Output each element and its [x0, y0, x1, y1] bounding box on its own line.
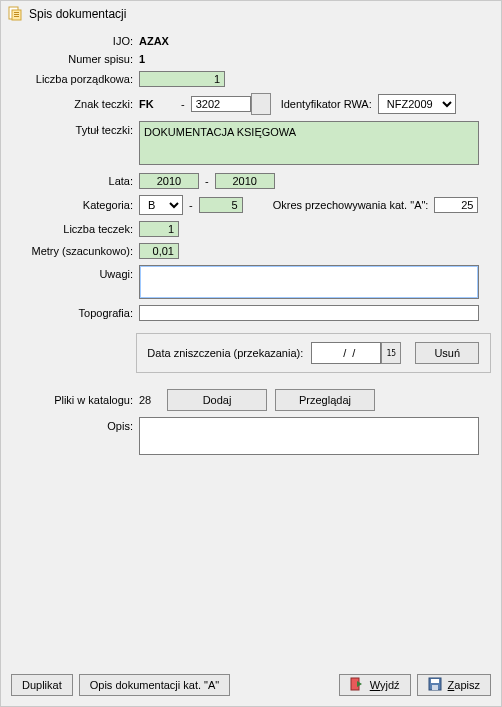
label-numer-spisu: Numer spisu:	[11, 53, 139, 65]
input-okres-kat-a[interactable]	[434, 197, 478, 213]
input-znak-teczki-code[interactable]	[191, 96, 251, 112]
app-icon	[7, 5, 23, 23]
input-lata-do[interactable]	[215, 173, 275, 189]
button-wyjdz-label: Wyjdź	[370, 679, 400, 691]
input-lata-od[interactable]	[139, 173, 199, 189]
form-body: IJO: AZAX Numer spisu: 1 Liczba porządko…	[1, 27, 501, 666]
label-ident-rwa: Identyfikator RWA:	[281, 98, 372, 110]
button-zapisz-label: Zapisz	[448, 679, 480, 691]
input-kategoria-num[interactable]	[199, 197, 243, 213]
window: Spis dokumentacji IJO: AZAX Numer spisu:…	[0, 0, 502, 707]
button-dodaj[interactable]: Dodaj	[167, 389, 267, 411]
value-znak-teczki-prefix: FK	[139, 98, 175, 110]
button-wyjdz[interactable]: Wyjdź	[339, 674, 411, 696]
svg-rect-2	[14, 12, 19, 13]
svg-rect-8	[431, 679, 439, 683]
label-znak-teczki: Znak teczki:	[11, 98, 139, 110]
label-pliki: Pliki w katalogu:	[11, 394, 139, 406]
window-title: Spis dokumentacji	[29, 7, 126, 21]
label-ijo: IJO:	[11, 35, 139, 47]
dash-znak: -	[175, 98, 191, 110]
svg-rect-3	[14, 14, 19, 15]
input-liczba-teczek[interactable]	[139, 221, 179, 237]
label-uwagi: Uwagi:	[11, 265, 139, 280]
label-metry: Metry (szacunkowo):	[11, 245, 139, 257]
button-opis-kat-a[interactable]: Opis dokumentacji kat. "A"	[79, 674, 230, 696]
button-usun[interactable]: Usuń	[415, 342, 479, 364]
save-icon	[428, 677, 442, 693]
button-duplikat[interactable]: Duplikat	[11, 674, 73, 696]
label-liczba-porzadkowa: Liczba porządkowa:	[11, 73, 139, 85]
label-lata: Lata:	[11, 175, 139, 187]
button-zapisz[interactable]: Zapisz	[417, 674, 491, 696]
label-data-zniszczenia: Data zniszczenia (przekazania):	[147, 347, 303, 359]
exit-icon	[350, 677, 364, 693]
znak-teczki-picker-button[interactable]	[251, 93, 271, 115]
textarea-uwagi[interactable]	[139, 265, 479, 299]
footer: Duplikat Opis dokumentacji kat. "A" Wyjd…	[1, 666, 501, 706]
calendar-icon[interactable]: 15	[381, 342, 401, 364]
frame-data-zniszczenia: Data zniszczenia (przekazania): 15 Usuń	[136, 333, 491, 373]
input-topografia[interactable]	[139, 305, 479, 321]
label-kategoria: Kategoria:	[11, 199, 139, 211]
dash-kategoria: -	[183, 199, 199, 211]
textarea-opis[interactable]	[139, 417, 479, 455]
select-ident-rwa[interactable]: NFZ2009	[378, 94, 456, 114]
input-data-zniszczenia[interactable]	[311, 342, 381, 364]
svg-rect-4	[14, 16, 19, 17]
select-kategoria[interactable]: B	[139, 195, 183, 215]
input-metry[interactable]	[139, 243, 179, 259]
value-numer-spisu: 1	[139, 53, 145, 65]
label-okres-kat-a: Okres przechowywania kat. "A":	[273, 199, 429, 211]
titlebar: Spis dokumentacji	[1, 1, 501, 27]
label-topografia: Topografia:	[11, 307, 139, 319]
button-przegladaj[interactable]: Przeglądaj	[275, 389, 375, 411]
label-opis: Opis:	[11, 417, 139, 432]
svg-rect-9	[432, 685, 438, 690]
value-pliki: 28	[139, 394, 167, 406]
value-ijo: AZAX	[139, 35, 169, 47]
label-liczba-teczek: Liczba teczek:	[11, 223, 139, 235]
dash-lata: -	[199, 175, 215, 187]
input-liczba-porzadkowa[interactable]	[139, 71, 225, 87]
label-tytul-teczki: Tytuł teczki:	[11, 121, 139, 136]
textarea-tytul-teczki[interactable]: DOKUMENTACJA KSIĘGOWA	[139, 121, 479, 165]
